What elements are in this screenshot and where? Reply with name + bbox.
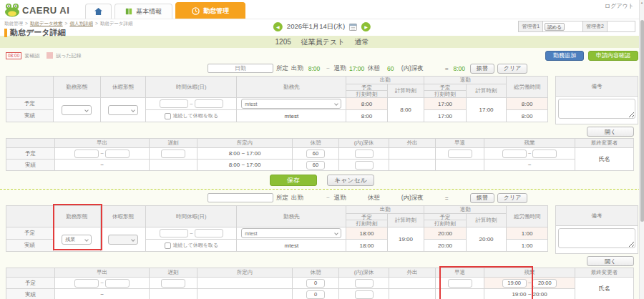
jikan-kyuka-end-input[interactable]: [195, 229, 223, 237]
kinmusaki-select[interactable]: mtest: [241, 99, 341, 109]
tab-basic-info-label: 基本情報: [136, 7, 162, 16]
book-icon: [125, 8, 132, 15]
hayade-yotei-cell: ~: [55, 278, 150, 289]
section1-shotei-toolbar: 所定 出勤 8:00 ~ 退勤 17:00 休憩 60 (内)深夜 = 8:00…: [208, 62, 638, 74]
breadcrumb-item: 勤怠管理: [4, 21, 23, 26]
shinkyu-jisseki-input[interactable]: [355, 161, 374, 170]
legend-and-actions-row: 08:00 要確認 誤った記録 勤務追加 申請内容確認: [6, 48, 638, 61]
vertical-scrollbar[interactable]: ▲: [639, 0, 644, 299]
taikin-sub-header: 予定打刻時刻: [424, 84, 466, 98]
kyuka-keitai-cell: [100, 227, 146, 252]
remarks-textarea[interactable]: [558, 99, 635, 119]
shukkin-dakoku-value: 18:00: [346, 240, 387, 252]
section1-remarks-panel: 備考: [555, 76, 638, 124]
top-action-buttons: 勤務追加 申請内容確認: [545, 51, 638, 61]
remarks-textarea[interactable]: [558, 228, 635, 248]
taikin-group-header: 退勤: [424, 77, 507, 84]
add-work-button[interactable]: 勤務追加: [545, 51, 584, 61]
zangyo-start-input[interactable]: [502, 150, 527, 158]
bd-chikoku-header: 遅刻: [150, 268, 197, 278]
calendar-icon[interactable]: [349, 23, 357, 31]
checkbox-icon: [165, 242, 171, 249]
section2-form-row: 勤務形態 休暇形態 時間休暇(日) 勤務先 出勤 退勤 総労働時間 予定打刻時刻…: [6, 205, 638, 254]
logo-text: CAERU AI: [22, 5, 69, 16]
legend-needs-check-label: 要確認: [24, 52, 39, 59]
breadcrumb-item-link[interactable]: 個人別詳細: [69, 21, 93, 26]
prev-day-button[interactable]: ◀: [273, 22, 283, 31]
tilde: ~: [326, 195, 330, 201]
legend-time-badge: 08:00: [6, 52, 21, 59]
scrollbar-thumb[interactable]: [640, 20, 644, 222]
clear-button[interactable]: クリア: [497, 64, 528, 74]
row-label-jisseki: 実績: [6, 160, 55, 171]
bd-last-editor-header: 最終変更者: [575, 139, 634, 148]
kyukei-jisseki-input[interactable]: [306, 290, 325, 299]
chevron-down-icon: [84, 108, 89, 112]
save-button[interactable]: 保存: [270, 175, 317, 186]
hayade-end-input[interactable]: [105, 150, 130, 158]
scroll-up-arrow-icon[interactable]: ▲: [640, 1, 643, 4]
approve-button[interactable]: 認める: [545, 23, 565, 31]
section1-breakdown-wrap: 早出 遅刻 所定内 休憩 (内)深休 外出 早退 残業 最終変更者 予定 ~ 8…: [6, 138, 638, 171]
hayade-start-input[interactable]: [74, 150, 99, 158]
shotei-total-value: 8:00: [452, 65, 467, 72]
kyuka-keitai-select[interactable]: [108, 105, 138, 115]
tab-home[interactable]: [85, 4, 112, 19]
sotai-input[interactable]: [448, 150, 472, 158]
kyukei-input[interactable]: [306, 279, 325, 288]
kyukei-label: 休憩: [368, 64, 380, 73]
shinkyu-input[interactable]: [355, 150, 374, 158]
breadcrumb-separator: >: [25, 21, 28, 26]
app-logo: CAERU AI: [0, 3, 75, 19]
furikae-button[interactable]: 振替: [470, 193, 494, 203]
cancel-button[interactable]: キャンセル: [327, 175, 374, 186]
next-day-button[interactable]: ▶: [361, 22, 371, 31]
jikan-kyuka-start-input[interactable]: [160, 99, 188, 108]
hayade-start-input[interactable]: [74, 279, 99, 288]
bd-kyukei-header: 休憩: [293, 268, 339, 278]
zangyo-start-input[interactable]: [502, 279, 527, 288]
furikae-button[interactable]: 振替: [470, 64, 494, 74]
shinkyu-jisseki-input[interactable]: [355, 290, 374, 299]
breadcrumb-item-link[interactable]: 勤怠データ検索: [30, 21, 63, 26]
consecutive-break-checkbox[interactable]: 連続して休暇を取る: [146, 242, 236, 249]
section1-form-table-wrap: 勤務形態 休暇形態 時間休暇(日) 勤務先 出勤 退勤 総労働時間 予定打刻時刻…: [6, 76, 548, 122]
request-check-button[interactable]: 申請内容確認: [588, 51, 638, 61]
consecutive-break-checkbox[interactable]: 連続して休暇を取る: [146, 112, 236, 119]
open-button[interactable]: 開く: [587, 256, 634, 266]
zangyo-end-input[interactable]: [532, 279, 557, 288]
jikan-kyuka-end-input[interactable]: [195, 99, 223, 108]
shukkin-yotei-value: 8:00: [346, 98, 387, 110]
shinkyu-input[interactable]: [355, 279, 374, 288]
chikoku-input[interactable]: [161, 279, 185, 288]
kyuka-keitai-select[interactable]: [108, 235, 138, 245]
shift-name-input[interactable]: [208, 193, 273, 202]
tab-basic-info[interactable]: 基本情報: [114, 4, 172, 19]
col-total-header: 総労働時間: [507, 77, 548, 98]
night-label: (内)深夜: [401, 194, 424, 202]
kinmu-keitai-select[interactable]: [62, 105, 92, 115]
shoteinai-yotei-value: [197, 278, 293, 289]
section-divider: [0, 189, 644, 190]
zangyo-end-input[interactable]: [532, 150, 557, 158]
logout-link[interactable]: ログアウト: [605, 0, 644, 10]
hayade-end-input[interactable]: [105, 279, 130, 288]
shift-name-input[interactable]: [208, 64, 273, 73]
kinmu-keitai-select[interactable]: 残業: [62, 235, 92, 245]
sotai-input[interactable]: [448, 279, 472, 288]
kyukei-jisseki-input[interactable]: [306, 161, 325, 170]
admin2-value-cell: [608, 21, 635, 31]
current-date: 2026年1月14日(水): [287, 22, 345, 31]
taikin-dakoku-value: 20:00: [424, 240, 466, 252]
kyukei-input[interactable]: [306, 150, 325, 158]
chikoku-yotei-cell: [150, 148, 197, 160]
chikoku-input[interactable]: [161, 150, 185, 158]
jikan-kyuka-start-input[interactable]: [160, 229, 188, 237]
open-button[interactable]: 開く: [587, 127, 634, 137]
clear-button[interactable]: クリア: [497, 193, 528, 203]
col-kyuka-keitai-header: 休暇形態: [100, 206, 146, 227]
total-jisseki-value: 1:00: [507, 240, 548, 252]
kinmusaki-select[interactable]: mtest: [241, 228, 341, 238]
admin1-value-cell: 認める: [543, 21, 583, 31]
tab-attendance[interactable]: 勤怠管理: [175, 2, 245, 19]
